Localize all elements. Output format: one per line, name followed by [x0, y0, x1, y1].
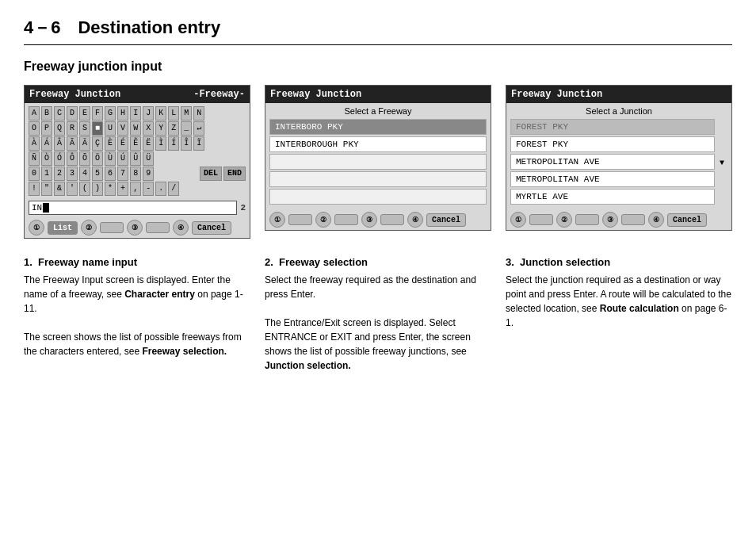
list-item[interactable]: INTERBORO PKY: [269, 119, 487, 135]
key-iacute[interactable]: Í: [168, 136, 179, 151]
junction-item-2[interactable]: METROPOLITAN AVE: [510, 154, 715, 170]
btn-cancel-3[interactable]: Cancel: [667, 213, 707, 227]
key-6[interactable]: 6: [105, 167, 116, 181]
key-3[interactable]: 3: [67, 167, 78, 181]
list-item[interactable]: INTERBOROUGH PKY: [269, 136, 487, 152]
key-M[interactable]: M: [181, 106, 192, 121]
key-W[interactable]: W: [130, 121, 141, 136]
btn-circle-s3-4[interactable]: ④: [648, 212, 664, 228]
key-O[interactable]: O: [29, 121, 40, 136]
input-field[interactable]: IN: [29, 201, 237, 215]
key-iuml[interactable]: Ï: [193, 136, 204, 151]
key-slash[interactable]: /: [168, 182, 179, 196]
key-dot[interactable]: .: [155, 182, 166, 196]
key-Q[interactable]: Q: [54, 121, 65, 136]
btn-circle-3[interactable]: ③: [127, 220, 143, 236]
key-uuml[interactable]: Ü: [143, 151, 154, 166]
key-dark[interactable]: ■: [92, 121, 103, 136]
btn-cancel-2[interactable]: Cancel: [426, 213, 466, 227]
key-ocirc[interactable]: Ô: [67, 151, 78, 166]
key-comma[interactable]: ,: [130, 182, 141, 196]
key-7[interactable]: 7: [117, 167, 128, 181]
junction-item-1[interactable]: FOREST PKY: [510, 136, 715, 152]
key-ucirc[interactable]: Û: [130, 151, 141, 166]
btn-circle-4[interactable]: ④: [173, 220, 189, 236]
key-lparen[interactable]: (: [79, 182, 90, 196]
key-0[interactable]: 0: [29, 167, 40, 181]
btn-cancel-1[interactable]: Cancel: [192, 221, 231, 235]
key-H[interactable]: H: [117, 106, 128, 121]
btn-circle-s3-3[interactable]: ③: [602, 212, 618, 228]
key-E[interactable]: E: [79, 106, 90, 121]
key-ograve[interactable]: Ò: [41, 151, 52, 166]
key-aacute[interactable]: Á: [41, 136, 52, 151]
key-icirc[interactable]: Î: [181, 136, 192, 151]
key-igrave[interactable]: Ì: [155, 136, 166, 151]
key-8[interactable]: 8: [130, 167, 141, 181]
key-G[interactable]: G: [105, 106, 116, 121]
key-R[interactable]: R: [67, 121, 78, 136]
key-B[interactable]: B: [41, 106, 52, 121]
key-S[interactable]: S: [79, 121, 90, 136]
key-quote[interactable]: ": [41, 182, 52, 196]
key-ugrave[interactable]: Ù: [105, 151, 116, 166]
key-eacute[interactable]: É: [117, 136, 128, 151]
key-uacute[interactable]: Ú: [117, 151, 128, 166]
btn-circle-s2-4[interactable]: ④: [407, 212, 423, 228]
btn-circle-s2-1[interactable]: ①: [269, 212, 285, 228]
key-P[interactable]: P: [41, 121, 52, 136]
key-ouml[interactable]: Ö: [92, 151, 103, 166]
key-N[interactable]: N: [193, 106, 204, 121]
btn-circle-s3-1[interactable]: ①: [510, 212, 526, 228]
key-U[interactable]: U: [105, 121, 116, 136]
btn-circle-s2-2[interactable]: ②: [315, 212, 331, 228]
key-euml[interactable]: Ë: [143, 136, 154, 151]
key-del[interactable]: DEL: [200, 167, 222, 181]
key-2[interactable]: 2: [54, 167, 65, 181]
key-ast[interactable]: *: [105, 182, 116, 196]
key-ccedil[interactable]: Ç: [92, 136, 103, 151]
btn-circle-s2-3[interactable]: ③: [361, 212, 377, 228]
key-ecirc[interactable]: Ê: [130, 136, 141, 151]
key-5[interactable]: 5: [92, 167, 103, 181]
key-oacute[interactable]: Ó: [54, 151, 65, 166]
key-end[interactable]: END: [223, 167, 246, 181]
junction-item-dimmed[interactable]: FOREST PKY: [510, 119, 715, 135]
key-J[interactable]: J: [143, 106, 154, 121]
key-C[interactable]: C: [54, 106, 65, 121]
key-excl[interactable]: !: [29, 182, 40, 196]
key-D[interactable]: D: [67, 106, 78, 121]
key-enter[interactable]: ↵: [193, 121, 204, 136]
key-acirc[interactable]: Â: [54, 136, 65, 151]
key-K[interactable]: K: [155, 106, 166, 121]
key-amp[interactable]: &: [54, 182, 65, 196]
btn-circle-s3-2[interactable]: ②: [556, 212, 572, 228]
key-atilde[interactable]: Ã: [67, 136, 78, 151]
btn-circle-1[interactable]: ①: [29, 220, 44, 236]
btn-circle-2[interactable]: ②: [81, 220, 97, 236]
key-1[interactable]: 1: [41, 167, 52, 181]
key-Y[interactable]: Y: [155, 121, 166, 136]
junction-item-4[interactable]: MYRTLE AVE: [510, 189, 715, 205]
key-V[interactable]: V: [117, 121, 128, 136]
key-A[interactable]: A: [29, 106, 40, 121]
key-egrave[interactable]: È: [105, 136, 116, 151]
key-ntilde[interactable]: Ñ: [29, 151, 40, 166]
key-Z[interactable]: Z: [168, 121, 179, 136]
btn-list[interactable]: List: [48, 221, 78, 235]
key-F[interactable]: F: [92, 106, 103, 121]
key-auml[interactable]: Ä: [79, 136, 90, 151]
key-L[interactable]: L: [168, 106, 179, 121]
key-rparen[interactable]: ): [92, 182, 103, 196]
key-apos[interactable]: ': [67, 182, 78, 196]
scroll-indicator[interactable]: ▼: [716, 119, 727, 206]
key-I[interactable]: I: [130, 106, 141, 121]
key-9[interactable]: 9: [143, 167, 154, 181]
key-4[interactable]: 4: [79, 167, 90, 181]
junction-item-3[interactable]: METROPOLITAN AVE: [510, 171, 715, 187]
key-space[interactable]: _: [181, 121, 192, 136]
key-otilde[interactable]: Õ: [79, 151, 90, 166]
key-plus[interactable]: +: [117, 182, 128, 196]
key-agrave[interactable]: À: [29, 136, 40, 151]
key-X[interactable]: X: [143, 121, 154, 136]
